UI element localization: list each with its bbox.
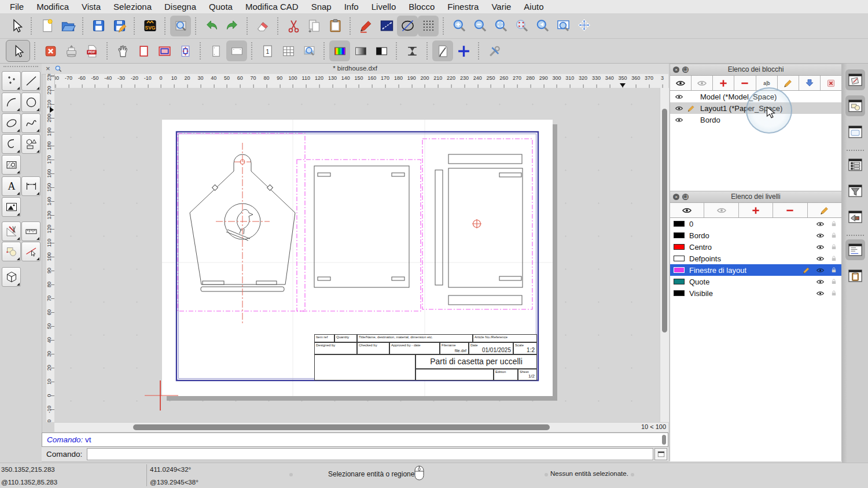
menu-info[interactable]: Info bbox=[338, 2, 365, 12]
layer-color-swatch[interactable] bbox=[674, 232, 685, 238]
menu-disegna[interactable]: Disegna bbox=[158, 2, 203, 12]
menu-modifica[interactable]: Modifica bbox=[30, 2, 75, 12]
draw-points-button[interactable] bbox=[2, 71, 21, 91]
draw-circle-button[interactable] bbox=[21, 93, 41, 112]
svg-export-button[interactable] bbox=[139, 16, 160, 36]
color-bw-button[interactable] bbox=[371, 40, 392, 61]
zoom-page-button[interactable] bbox=[299, 40, 319, 61]
pages-grid-button[interactable] bbox=[278, 40, 299, 61]
horizontal-scrollbar-thumb[interactable] bbox=[133, 424, 550, 430]
open-file-button[interactable] bbox=[57, 16, 78, 36]
lock-icon[interactable] bbox=[830, 243, 838, 251]
vp-overlay-button[interactable] bbox=[154, 40, 175, 61]
command-options-button[interactable] bbox=[654, 448, 667, 460]
pencil-edit-button[interactable] bbox=[355, 16, 376, 36]
menu-varie[interactable]: Varie bbox=[485, 2, 517, 12]
vp-fit-button[interactable] bbox=[175, 40, 196, 61]
menu-modifica-cad[interactable]: Modifica CAD bbox=[239, 2, 305, 12]
lock-icon[interactable] bbox=[830, 254, 838, 263]
zoom-selection-button[interactable] bbox=[511, 16, 532, 36]
hand-pan-button[interactable] bbox=[112, 40, 133, 61]
layer-color-swatch[interactable] bbox=[674, 244, 685, 250]
select-tools-button[interactable] bbox=[21, 242, 41, 261]
line-tool-button[interactable] bbox=[376, 16, 397, 36]
blocks-insert-block-button[interactable] bbox=[799, 76, 821, 90]
selection-pointer-button[interactable] bbox=[6, 40, 30, 62]
color-gray-button[interactable] bbox=[350, 40, 371, 61]
save-button[interactable] bbox=[88, 16, 109, 36]
draw-ellipse-button[interactable] bbox=[2, 113, 21, 133]
pdf-export-button[interactable] bbox=[82, 40, 102, 61]
measure-tools-button[interactable] bbox=[21, 221, 41, 241]
page-portrait-button[interactable] bbox=[205, 40, 226, 61]
command-input[interactable] bbox=[87, 448, 653, 460]
dock-library-button[interactable] bbox=[845, 154, 865, 175]
layer-row[interactable]: Defpoints bbox=[670, 253, 841, 264]
draw-text-button[interactable] bbox=[2, 176, 21, 196]
paste-button[interactable] bbox=[325, 16, 345, 36]
dock-command-button[interactable] bbox=[845, 239, 865, 260]
cut-button[interactable] bbox=[283, 16, 304, 36]
layer-color-swatch[interactable] bbox=[674, 267, 685, 273]
zoom-out-button[interactable] bbox=[469, 16, 490, 36]
blocks-eye-off-button[interactable] bbox=[692, 76, 713, 90]
insert-image-button[interactable] bbox=[2, 197, 21, 217]
dock-viewport-button[interactable] bbox=[845, 121, 865, 142]
layer-color-swatch[interactable] bbox=[674, 221, 685, 227]
blocks-pencil-button[interactable] bbox=[778, 76, 799, 90]
menu-vista[interactable]: Vista bbox=[75, 2, 107, 12]
float-panel-icon[interactable]: ❏ bbox=[682, 66, 689, 73]
lock-icon[interactable] bbox=[830, 220, 838, 228]
menu-quota[interactable]: Quota bbox=[203, 2, 239, 12]
menu-aiuto[interactable]: Aiuto bbox=[517, 2, 550, 12]
block-tools-button[interactable] bbox=[2, 242, 21, 261]
close-panel-icon[interactable]: × bbox=[673, 66, 679, 73]
draft-mode-button[interactable] bbox=[432, 40, 453, 61]
dimension-button[interactable] bbox=[21, 176, 41, 196]
eraser-button[interactable] bbox=[252, 16, 273, 36]
close-red-button[interactable] bbox=[40, 40, 61, 61]
block-row[interactable]: Layout1 (*Paper_Space) bbox=[670, 102, 841, 114]
print-preview-button[interactable] bbox=[170, 16, 191, 36]
zoom-previous-button[interactable] bbox=[532, 16, 553, 36]
draw-line-button[interactable] bbox=[21, 71, 41, 91]
dock-property-button[interactable] bbox=[845, 69, 865, 90]
menu-snap[interactable]: Snap bbox=[305, 2, 338, 12]
blocks-rename-ab-button[interactable] bbox=[756, 76, 778, 90]
menu-seleziona[interactable]: Seleziona bbox=[107, 2, 158, 12]
layers-eye-button[interactable] bbox=[670, 203, 704, 217]
lock-icon[interactable] bbox=[830, 231, 838, 239]
draw-shapes-button[interactable] bbox=[21, 134, 41, 154]
horizontal-scrollbar[interactable]: 10 < 100 bbox=[54, 422, 668, 432]
close-panel-icon[interactable]: × bbox=[673, 194, 679, 200]
pan-view-button[interactable] bbox=[573, 16, 594, 36]
menu-finestra[interactable]: Finestra bbox=[441, 2, 485, 12]
vp-border-button[interactable] bbox=[133, 40, 154, 61]
print-export-button[interactable] bbox=[61, 40, 82, 61]
zoom-in-button[interactable] bbox=[448, 16, 469, 36]
block-row[interactable]: Model (*Model_Space) bbox=[670, 91, 841, 102]
layers-eye-off-button[interactable] bbox=[704, 203, 738, 217]
menu-livello[interactable]: Livello bbox=[365, 2, 403, 12]
layer-row[interactable]: 0 bbox=[670, 218, 841, 230]
layer-color-swatch[interactable] bbox=[674, 290, 685, 296]
layer-row[interactable]: Centro bbox=[670, 241, 841, 253]
blocks-minus-red-button[interactable] bbox=[734, 76, 756, 90]
menu-file[interactable]: File bbox=[3, 2, 30, 12]
draw-polyline-button[interactable] bbox=[2, 134, 21, 154]
copy-button[interactable] bbox=[304, 16, 325, 36]
zoom-window-button[interactable] bbox=[553, 16, 573, 36]
new-document-button[interactable] bbox=[36, 16, 57, 36]
hourglass-button[interactable] bbox=[402, 40, 422, 61]
panel-drag-handle[interactable] bbox=[3, 66, 38, 69]
zoom-auto-button[interactable] bbox=[490, 16, 511, 36]
color-full-button[interactable] bbox=[329, 40, 350, 61]
menu-blocco[interactable]: Blocco bbox=[402, 2, 441, 12]
view-3d-button[interactable] bbox=[2, 267, 21, 287]
blocks-eye-button[interactable] bbox=[670, 76, 692, 90]
blocks-plus-red-button[interactable] bbox=[713, 76, 734, 90]
block-row[interactable]: Bordo bbox=[670, 114, 841, 125]
page-landscape-button[interactable] bbox=[226, 40, 247, 61]
lock-icon[interactable] bbox=[830, 289, 838, 297]
draw-arc-button[interactable] bbox=[2, 93, 21, 112]
